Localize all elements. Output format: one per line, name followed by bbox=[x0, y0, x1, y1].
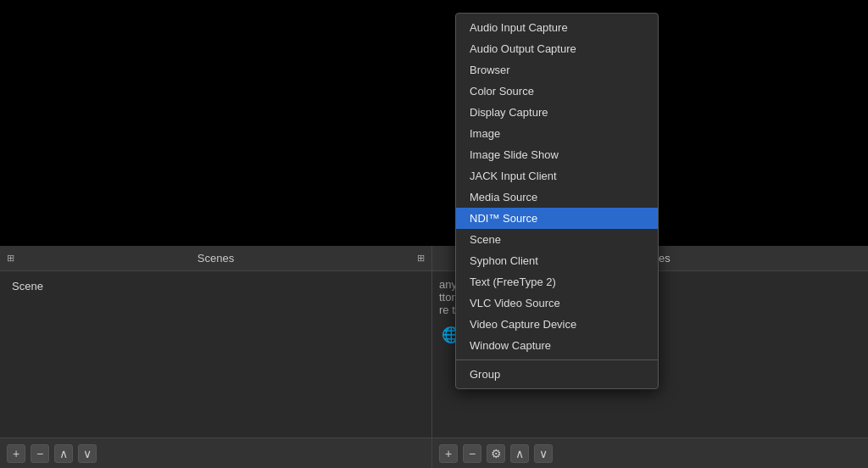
scenes-up-button[interactable]: ∧ bbox=[54, 444, 73, 463]
menu-item-image[interactable]: Image bbox=[456, 123, 658, 144]
menu-item-audio-output-capture[interactable]: Audio Output Capture bbox=[456, 38, 658, 59]
sources-down-button[interactable]: ∨ bbox=[534, 444, 553, 463]
scenes-panel-content: Scene bbox=[0, 271, 431, 437]
menu-item-syphon-client[interactable]: Syphon Client bbox=[456, 250, 658, 271]
preview-area bbox=[0, 0, 456, 246]
menu-item-scene[interactable]: Scene bbox=[456, 229, 658, 250]
sources-remove-button[interactable]: − bbox=[463, 444, 481, 463]
menu-divider bbox=[456, 359, 658, 360]
scenes-panel: ⊞ Scenes ⊞ Scene + − ∧ ∨ bbox=[0, 246, 432, 468]
menu-item-vlc-video-source[interactable]: VLC Video Source bbox=[456, 292, 658, 314]
scenes-remove-button[interactable]: − bbox=[31, 444, 49, 463]
menu-item-audio-input-capture[interactable]: Audio Input Capture bbox=[456, 17, 658, 38]
menu-item-ndi--source[interactable]: NDI™ Source bbox=[456, 208, 658, 229]
scenes-panel-header: ⊞ Scenes ⊞ bbox=[0, 246, 431, 271]
scenes-down-button[interactable]: ∨ bbox=[78, 444, 97, 463]
scenes-header-icon-right: ⊞ bbox=[417, 253, 425, 264]
menu-item-display-capture[interactable]: Display Capture bbox=[456, 102, 658, 123]
bottom-bar: ⊞ Scenes ⊞ Scene + − ∧ ∨ Sources any sou… bbox=[0, 246, 868, 468]
menu-item-color-source[interactable]: Color Source bbox=[456, 81, 658, 102]
menu-item-window-capture[interactable]: Window Capture bbox=[456, 335, 658, 356]
menu-item-video-capture-device[interactable]: Video Capture Device bbox=[456, 314, 658, 335]
menu-item-image-slide-show[interactable]: Image Slide Show bbox=[456, 144, 658, 165]
sources-add-button[interactable]: + bbox=[439, 444, 458, 463]
scenes-panel-footer: + − ∧ ∨ bbox=[0, 437, 431, 468]
scene-list-item[interactable]: Scene bbox=[5, 276, 426, 296]
scenes-panel-title: Scenes bbox=[198, 252, 234, 265]
sources-gear-button[interactable]: ⚙ bbox=[487, 444, 505, 463]
sources-panel-footer: + − ⚙ ∧ ∨ bbox=[432, 437, 868, 468]
context-menu: Audio Input CaptureAudio Output CaptureB… bbox=[455, 13, 659, 389]
sources-up-button[interactable]: ∧ bbox=[510, 444, 529, 463]
menu-item-text--freetype-2-[interactable]: Text (FreeType 2) bbox=[456, 271, 658, 292]
menu-item-media-source[interactable]: Media Source bbox=[456, 187, 658, 208]
menu-item-jack-input-client[interactable]: JACK Input Client bbox=[456, 165, 658, 187]
menu-item-browser[interactable]: Browser bbox=[456, 59, 658, 81]
menu-item-group[interactable]: Group bbox=[456, 364, 658, 385]
scenes-add-button[interactable]: + bbox=[7, 444, 25, 463]
scenes-header-icon-left: ⊞ bbox=[7, 253, 14, 264]
